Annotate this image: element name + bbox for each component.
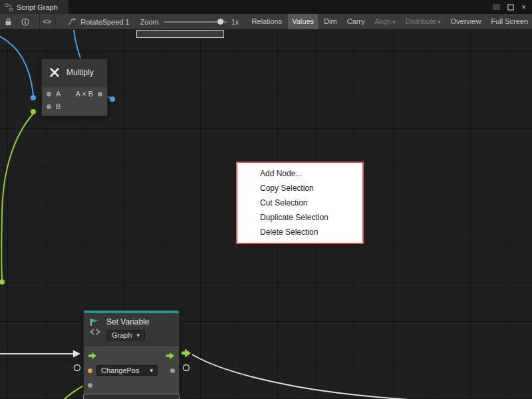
- chevron-down-icon: ▾: [150, 367, 153, 374]
- variable-icon: [89, 317, 101, 337]
- menu-item-add-node[interactable]: Add Node...: [237, 166, 362, 181]
- toolbar-buttons: Relations Values Dim Carry Align▾ Distri…: [247, 14, 532, 29]
- chevron-down-icon: ▾: [137, 332, 140, 338]
- lock-icon: [5, 18, 12, 26]
- relations-button[interactable]: Relations: [247, 14, 286, 29]
- port-a-label: A: [56, 90, 61, 98]
- align-label: Align: [375, 17, 391, 25]
- multiply-icon: [48, 66, 61, 79]
- port-result-label: A × B: [75, 90, 93, 98]
- set-variable-title: Set Variable: [106, 317, 149, 327]
- menu-item-cut-selection[interactable]: Cut Selection: [237, 196, 362, 210]
- zoom-label: Zoom: [140, 18, 159, 26]
- variable-scope-dropdown[interactable]: Graph ▾: [106, 330, 145, 340]
- window-menu-icon[interactable]: [493, 4, 500, 10]
- lock-button[interactable]: [0, 14, 17, 29]
- port-b-label: B: [56, 102, 61, 110]
- value-output-port[interactable]: [170, 368, 175, 373]
- distribute-label: Distribute: [406, 17, 436, 25]
- flow-row: [84, 348, 179, 363]
- port-b-dot[interactable]: [47, 104, 51, 109]
- align-button[interactable]: Align▾: [371, 14, 400, 29]
- graph-name-label: RotateSpeed 1: [80, 18, 129, 26]
- extra-port-row: [84, 378, 179, 392]
- flow-input-port[interactable]: [88, 352, 97, 360]
- multiply-row-a: A A × B: [42, 86, 107, 101]
- variable-name-dropdown[interactable]: ChangePos ▾: [96, 365, 158, 376]
- zoom-value: 1x: [231, 18, 239, 26]
- zoom-control: Zoom 1x: [140, 18, 239, 26]
- extra-input-port[interactable]: [88, 383, 92, 388]
- overview-button[interactable]: Overview: [447, 14, 485, 29]
- code-view-button[interactable]: <>: [39, 14, 55, 29]
- multiply-row-b: B: [42, 101, 107, 116]
- port-a-dot[interactable]: [47, 92, 51, 96]
- value-input-port[interactable]: [88, 368, 92, 373]
- variable-value-row: ChangePos ▾: [84, 363, 179, 378]
- values-button[interactable]: Values: [288, 14, 318, 29]
- flow-output-port[interactable]: [166, 352, 175, 360]
- zoom-slider[interactable]: [164, 21, 227, 23]
- zoom-slider-handle[interactable]: [217, 19, 223, 25]
- toolbar: <> RotateSpeed 1 Zoom 1x Relations Value…: [0, 14, 532, 30]
- fullscreen-button[interactable]: Full Screen: [487, 14, 532, 29]
- variable-scope-label: Graph: [112, 331, 132, 339]
- maximize-button[interactable]: [507, 4, 514, 11]
- port-result-dot[interactable]: [98, 92, 102, 96]
- distribute-button[interactable]: Distribute▾: [402, 14, 445, 29]
- script-graph-icon: [68, 18, 76, 26]
- menu-item-copy-selection[interactable]: Copy Selection: [237, 181, 362, 196]
- menu-item-duplicate-selection[interactable]: Duplicate Selection: [237, 210, 362, 225]
- multiply-node-title: Multiply: [66, 68, 94, 77]
- dropdown-outline: [136, 30, 224, 38]
- node-set-variable[interactable]: Set Variable Graph ▾ ChangePo: [83, 310, 180, 396]
- variable-name-label: ChangePos: [101, 366, 140, 374]
- tab-script-graph[interactable]: Script Graph: [0, 0, 68, 14]
- graph-reference[interactable]: RotateSpeed 1: [68, 18, 129, 26]
- window-controls: ×: [493, 0, 532, 14]
- multiply-node-header[interactable]: Multiply: [42, 59, 107, 86]
- node-partial-bottom[interactable]: [83, 394, 180, 399]
- node-multiply[interactable]: Multiply A A × B B: [41, 59, 108, 116]
- info-icon: [21, 18, 29, 26]
- set-variable-header[interactable]: Set Variable Graph ▾: [84, 313, 179, 346]
- chevron-down-icon: ▾: [438, 19, 441, 25]
- close-button[interactable]: ×: [521, 3, 526, 12]
- menu-item-delete-selection[interactable]: Delete Selection: [237, 225, 362, 239]
- script-graph-window: Multiply A A × B B Set Variable: [0, 0, 532, 399]
- titlebar: Script Graph ×: [0, 0, 532, 14]
- tab-title: Script Graph: [17, 3, 58, 11]
- chevron-down-icon: ▾: [392, 19, 396, 25]
- carry-button[interactable]: Carry: [343, 14, 369, 29]
- context-menu: Add Node... Copy Selection Cut Selection…: [236, 162, 364, 244]
- graph-icon: [5, 3, 13, 11]
- info-button[interactable]: [17, 14, 34, 29]
- dim-button[interactable]: Dim: [320, 14, 341, 29]
